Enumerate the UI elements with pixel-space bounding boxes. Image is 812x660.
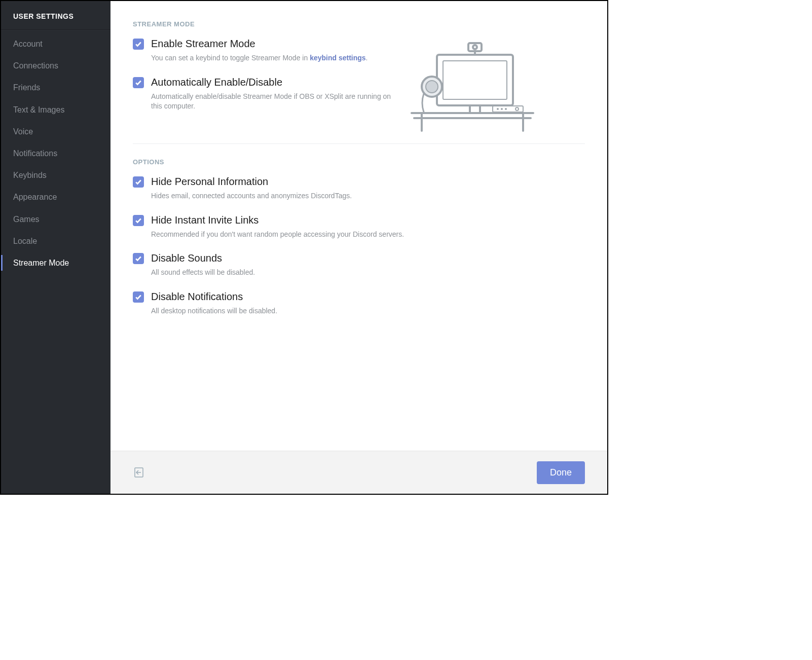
done-button[interactable]: Done — [537, 461, 585, 484]
check-icon — [135, 41, 142, 48]
top-settings: Enable Streamer Mode You can set a keybi… — [133, 37, 396, 124]
setting-body: Hide Instant Invite Links Recommended if… — [151, 213, 585, 240]
sidebar-title: USER SETTINGS — [1, 1, 110, 30]
sidebar-item-games[interactable]: Games — [1, 208, 110, 230]
setting-hide-personal: Hide Personal Information Hides email, c… — [133, 175, 585, 201]
checkbox-disable-notifications[interactable] — [133, 291, 144, 303]
monitor-webcam-icon — [407, 37, 538, 133]
setting-body: Automatically Enable/Disable Automatical… — [151, 76, 396, 112]
setting-desc: All desktop notifications will be disabl… — [151, 306, 585, 316]
check-icon — [135, 79, 142, 86]
sidebar-item-label: Account — [13, 40, 43, 48]
setting-title: Disable Notifications — [151, 290, 585, 303]
svg-rect-4 — [437, 55, 513, 105]
check-icon — [135, 255, 142, 262]
back-icon[interactable] — [133, 466, 145, 479]
sidebar-item-voice[interactable]: Voice — [1, 121, 110, 142]
checkbox-auto-enable[interactable] — [133, 77, 144, 88]
sidebar-item-text-images[interactable]: Text & Images — [1, 99, 110, 121]
sidebar-item-notifications[interactable]: Notifications — [1, 142, 110, 164]
svg-point-12 — [426, 81, 438, 93]
setting-title: Hide Instant Invite Links — [151, 213, 585, 227]
sidebar-item-locale[interactable]: Locale — [1, 230, 110, 252]
section-header-streamer-mode: STREAMER MODE — [133, 20, 585, 28]
setting-desc: All sound effects will be disabled. — [151, 268, 585, 278]
setting-disable-sounds: Disable Sounds All sound effects will be… — [133, 251, 585, 278]
sidebar-item-appearance[interactable]: Appearance — [1, 186, 110, 208]
setting-desc: Hides email, connected accounts and anon… — [151, 191, 585, 201]
divider — [133, 143, 585, 144]
svg-point-16 — [505, 108, 507, 110]
setting-desc: Recommended if you don't want random peo… — [151, 230, 585, 240]
sidebar: USER SETTINGS Account Connections Friend… — [1, 1, 110, 494]
settings-window: USER SETTINGS Account Connections Friend… — [0, 0, 608, 495]
checkbox-hide-invites[interactable] — [133, 215, 144, 226]
svg-point-9 — [473, 45, 477, 49]
checkbox-hide-personal[interactable] — [133, 176, 144, 188]
sidebar-item-label: Text & Images — [13, 105, 64, 114]
setting-body: Disable Sounds All sound effects will be… — [151, 251, 585, 278]
checkbox-disable-sounds[interactable] — [133, 253, 144, 264]
sidebar-item-label: Voice — [13, 127, 33, 136]
setting-desc: You can set a keybind to toggle Streamer… — [151, 53, 396, 63]
check-icon — [135, 178, 142, 186]
setting-title: Enable Streamer Mode — [151, 37, 396, 50]
setting-auto-enable: Automatically Enable/Disable Automatical… — [133, 76, 396, 112]
section-header-options: OPTIONS — [133, 158, 585, 166]
svg-point-17 — [515, 107, 519, 111]
sidebar-item-label: Notifications — [13, 149, 57, 158]
sidebar-item-label: Appearance — [13, 193, 57, 201]
sidebar-item-keybinds[interactable]: Keybinds — [1, 164, 110, 186]
setting-body: Disable Notifications All desktop notifi… — [151, 290, 585, 316]
setting-body: Enable Streamer Mode You can set a keybi… — [151, 37, 396, 63]
sidebar-item-label: Connections — [13, 61, 58, 70]
setting-title: Hide Personal Information — [151, 175, 585, 188]
desc-text: . — [366, 54, 368, 62]
sidebar-item-label: Friends — [13, 83, 40, 92]
desc-text: You can set a keybind to toggle Streamer… — [151, 54, 310, 62]
streamer-illustration — [407, 37, 538, 135]
setting-body: Hide Personal Information Hides email, c… — [151, 175, 585, 201]
check-icon — [135, 217, 142, 224]
svg-rect-5 — [443, 61, 507, 99]
sidebar-item-label: Locale — [13, 237, 37, 245]
setting-title: Automatically Enable/Disable — [151, 76, 396, 89]
checkbox-enable-streamer-mode[interactable] — [133, 39, 144, 50]
setting-enable-streamer-mode: Enable Streamer Mode You can set a keybi… — [133, 37, 396, 63]
setting-desc: Automatically enable/disable Streamer Mo… — [151, 92, 396, 112]
sidebar-item-streamer-mode[interactable]: Streamer Mode — [1, 252, 110, 274]
svg-point-15 — [501, 108, 503, 110]
sidebar-item-connections[interactable]: Connections — [1, 55, 110, 77]
keybind-settings-link[interactable]: keybind settings — [310, 54, 365, 62]
setting-title: Disable Sounds — [151, 251, 585, 265]
sidebar-item-account[interactable]: Account — [1, 33, 110, 55]
setting-hide-invites: Hide Instant Invite Links Recommended if… — [133, 213, 585, 240]
sidebar-items: Account Connections Friends Text & Image… — [1, 30, 110, 274]
sidebar-item-label: Keybinds — [13, 171, 47, 179]
footer: Done — [110, 451, 607, 494]
setting-disable-notifications: Disable Notifications All desktop notifi… — [133, 290, 585, 316]
sidebar-item-label: Streamer Mode — [13, 259, 69, 267]
top-row: Enable Streamer Mode You can set a keybi… — [133, 37, 585, 135]
check-icon — [135, 294, 142, 301]
content-wrap: STREAMER MODE Enable Streamer Mode You c… — [110, 1, 607, 494]
content: STREAMER MODE Enable Streamer Mode You c… — [110, 1, 607, 451]
sidebar-item-label: Games — [13, 215, 40, 224]
svg-point-14 — [497, 108, 499, 110]
sidebar-item-friends[interactable]: Friends — [1, 77, 110, 98]
